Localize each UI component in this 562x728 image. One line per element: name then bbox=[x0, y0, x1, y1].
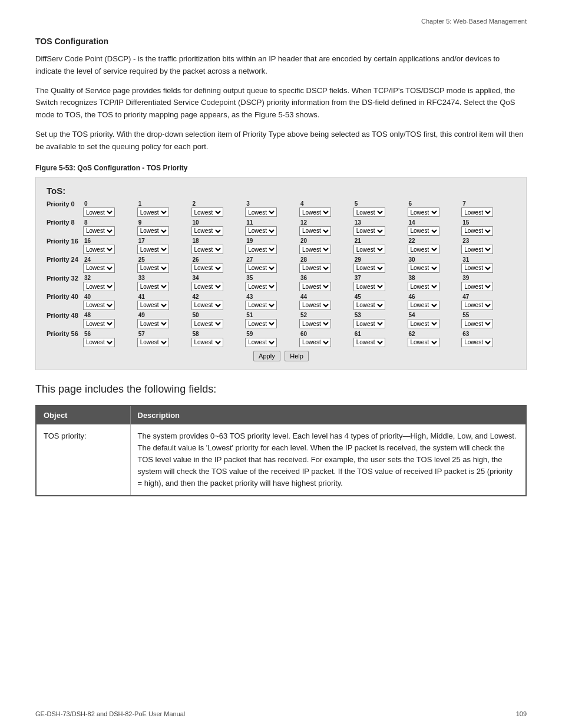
tos-dropdown-12[interactable]: LowestLowMiddleHigh bbox=[299, 226, 331, 236]
tos-dropdown-9[interactable]: LowestLowMiddleHigh bbox=[137, 226, 169, 236]
tos-dropdown-37[interactable]: LowestLowMiddleHigh bbox=[353, 282, 385, 291]
tos-dropdown-54[interactable]: LowestLowMiddleHigh bbox=[408, 319, 439, 328]
tos-dropdown-55[interactable]: LowestLowMiddleHigh bbox=[461, 319, 493, 328]
tos-dropdown-15[interactable]: LowestLowMiddleHigh bbox=[461, 226, 493, 236]
tos-dropdown-40[interactable]: LowestLowMiddleHigh bbox=[83, 301, 115, 310]
tos-select-cell: LowestLowMiddleHigh bbox=[299, 300, 353, 310]
tos-number: 34 bbox=[191, 275, 246, 281]
col-object: Object bbox=[36, 406, 130, 424]
tos-dropdown-41[interactable]: LowestLowMiddleHigh bbox=[137, 301, 169, 310]
tos-dropdown-45[interactable]: LowestLowMiddleHigh bbox=[353, 301, 385, 310]
tos-dropdown-7[interactable]: LowestLowMiddleHigh bbox=[461, 207, 493, 217]
tos-dropdown-60[interactable]: LowestLowMiddleHigh bbox=[299, 338, 331, 347]
tos-select-cell: LowestLowMiddleHigh bbox=[408, 319, 462, 329]
tos-dropdown-19[interactable]: LowestLowMiddleHigh bbox=[245, 245, 277, 254]
tos-select-cell: LowestLowMiddleHigh bbox=[299, 245, 353, 255]
tos-number: 3 bbox=[245, 200, 299, 207]
tos-dropdown-58[interactable]: LowestLowMiddleHigh bbox=[191, 338, 223, 347]
section-title: TOS Configuration bbox=[35, 37, 527, 46]
tos-dropdown-33[interactable]: LowestLowMiddleHigh bbox=[137, 282, 169, 291]
tos-dropdown-11[interactable]: LowestLowMiddleHigh bbox=[245, 226, 277, 236]
tos-dropdown-8[interactable]: LowestLowMiddleHigh bbox=[83, 226, 115, 236]
tos-number: 58 bbox=[191, 331, 246, 337]
tos-dropdown-2[interactable]: LowestLowMiddleHigh bbox=[191, 207, 223, 217]
tos-dropdown-34[interactable]: LowestLowMiddleHigh bbox=[191, 282, 223, 291]
tos-dropdown-3[interactable]: LowestLowMiddleHigh bbox=[245, 207, 277, 217]
tos-select-cell: LowestLowMiddleHigh bbox=[299, 319, 353, 329]
tos-dropdown-39[interactable]: LowestLowMiddleHigh bbox=[461, 282, 493, 291]
help-button[interactable]: Help bbox=[285, 351, 309, 361]
tos-number: 22 bbox=[408, 238, 462, 244]
tos-dropdown-18[interactable]: LowestLowMiddleHigh bbox=[191, 245, 223, 254]
tos-dropdown-26[interactable]: LowestLowMiddleHigh bbox=[191, 263, 223, 273]
tos-dropdown-44[interactable]: LowestLowMiddleHigh bbox=[299, 301, 331, 310]
tos-number: 20 bbox=[299, 238, 353, 244]
tos-dropdown-59[interactable]: LowestLowMiddleHigh bbox=[245, 338, 277, 347]
tos-dropdown-49[interactable]: LowestLowMiddleHigh bbox=[137, 319, 169, 328]
tos-select-cell: LowestLowMiddleHigh bbox=[353, 319, 408, 329]
tos-dropdown-25[interactable]: LowestLowMiddleHigh bbox=[137, 263, 169, 273]
tos-dropdown-53[interactable]: LowestLowMiddleHigh bbox=[353, 319, 385, 328]
tos-dropdown-52[interactable]: LowestLowMiddleHigh bbox=[299, 319, 331, 328]
tos-dropdown-5[interactable]: LowestLowMiddleHigh bbox=[353, 207, 385, 217]
tos-dropdown-51[interactable]: LowestLowMiddleHigh bbox=[245, 319, 277, 328]
tos-dropdown-21[interactable]: LowestLowMiddleHigh bbox=[353, 245, 385, 254]
tos-num-row: Priority 565657585960616263 bbox=[47, 330, 515, 337]
tos-dropdown-29[interactable]: LowestLowMiddleHigh bbox=[353, 263, 385, 273]
tos-number: 31 bbox=[461, 256, 515, 263]
tos-dropdown-0[interactable]: LowestLowMiddleHigh bbox=[83, 207, 115, 217]
tos-number: 18 bbox=[191, 238, 246, 244]
tos-num-row: Priority 484849505152535455 bbox=[47, 312, 515, 319]
tos-dropdown-43[interactable]: LowestLowMiddleHigh bbox=[245, 301, 277, 310]
tos-num-row: Priority 001234567 bbox=[47, 200, 515, 207]
tos-dropdown-28[interactable]: LowestLowMiddleHigh bbox=[299, 263, 331, 273]
tos-dropdown-27[interactable]: LowestLowMiddleHigh bbox=[245, 263, 277, 273]
tos-dropdown-31[interactable]: LowestLowMiddleHigh bbox=[461, 263, 493, 273]
tos-number: 12 bbox=[299, 219, 353, 226]
tos-dropdown-36[interactable]: LowestLowMiddleHigh bbox=[299, 282, 331, 291]
tos-dropdown-16[interactable]: LowestLowMiddleHigh bbox=[83, 245, 115, 254]
tos-dropdown-13[interactable]: LowestLowMiddleHigh bbox=[353, 226, 385, 236]
tos-dropdown-63[interactable]: LowestLowMiddleHigh bbox=[461, 338, 493, 347]
tos-select-row: LowestLowMiddleHighLowestLowMiddleHighLo… bbox=[47, 245, 515, 255]
tos-dropdown-35[interactable]: LowestLowMiddleHigh bbox=[245, 282, 277, 291]
tos-dropdown-14[interactable]: LowestLowMiddleHigh bbox=[408, 226, 439, 236]
tos-number: 24 bbox=[83, 256, 137, 263]
tos-dropdown-17[interactable]: LowestLowMiddleHigh bbox=[137, 245, 169, 254]
tos-dropdown-10[interactable]: LowestLowMiddleHigh bbox=[191, 226, 223, 236]
tos-select-cell: LowestLowMiddleHigh bbox=[408, 337, 462, 347]
tos-dropdown-22[interactable]: LowestLowMiddleHigh bbox=[408, 245, 439, 254]
tos-number: 15 bbox=[461, 219, 515, 226]
tos-number: 62 bbox=[408, 331, 462, 337]
priority-label: Priority 56 bbox=[47, 330, 83, 337]
tos-select-cell: LowestLowMiddleHigh bbox=[408, 207, 462, 218]
tos-dropdown-24[interactable]: LowestLowMiddleHigh bbox=[83, 263, 115, 273]
tos-dropdown-23[interactable]: LowestLowMiddleHigh bbox=[461, 245, 493, 254]
priority-label: Priority 0 bbox=[47, 200, 83, 207]
tos-select-cell: LowestLowMiddleHigh bbox=[299, 207, 353, 218]
tos-dropdown-1[interactable]: LowestLowMiddleHigh bbox=[137, 207, 169, 217]
tos-dropdown-47[interactable]: LowestLowMiddleHigh bbox=[461, 301, 493, 310]
tos-dropdown-50[interactable]: LowestLowMiddleHigh bbox=[191, 319, 223, 328]
tos-dropdown-4[interactable]: LowestLowMiddleHigh bbox=[299, 207, 331, 217]
tos-dropdown-42[interactable]: LowestLowMiddleHigh bbox=[191, 301, 223, 310]
tos-dropdown-20[interactable]: LowestLowMiddleHigh bbox=[299, 245, 331, 254]
tos-dropdown-32[interactable]: LowestLowMiddleHigh bbox=[83, 282, 115, 291]
apply-button[interactable]: Apply bbox=[253, 351, 280, 361]
tos-number: 19 bbox=[245, 238, 299, 244]
tos-select-row: LowestLowMiddleHighLowestLowMiddleHighLo… bbox=[47, 207, 515, 218]
tos-dropdown-38[interactable]: LowestLowMiddleHigh bbox=[408, 282, 439, 291]
tos-dropdown-46[interactable]: LowestLowMiddleHigh bbox=[408, 301, 439, 310]
tos-dropdown-6[interactable]: LowestLowMiddleHigh bbox=[408, 207, 439, 217]
tos-select-cell: LowestLowMiddleHigh bbox=[191, 300, 246, 310]
tos-select-cell: LowestLowMiddleHigh bbox=[83, 263, 137, 273]
tos-dropdown-48[interactable]: LowestLowMiddleHigh bbox=[83, 319, 115, 328]
tos-number: 60 bbox=[299, 331, 353, 337]
tos-number: 32 bbox=[83, 275, 137, 281]
tos-dropdown-62[interactable]: LowestLowMiddleHigh bbox=[408, 338, 439, 347]
tos-dropdown-30[interactable]: LowestLowMiddleHigh bbox=[408, 263, 439, 273]
tos-dropdown-57[interactable]: LowestLowMiddleHigh bbox=[137, 338, 169, 347]
tos-dropdown-61[interactable]: LowestLowMiddleHigh bbox=[353, 338, 385, 347]
tos-dropdown-56[interactable]: LowestLowMiddleHigh bbox=[83, 338, 115, 347]
apply-row: Apply Help bbox=[47, 351, 515, 361]
